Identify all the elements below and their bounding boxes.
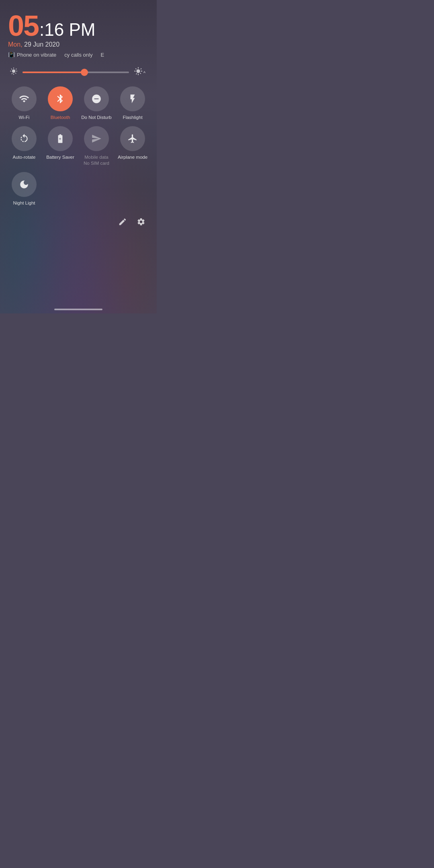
tile-auto-rotate[interactable]: Auto-rotate [8, 126, 40, 166]
extra-label: E [100, 52, 104, 58]
battery-saver-label: Battery Saver [46, 154, 74, 160]
brightness-fill [23, 72, 84, 73]
brightness-slider[interactable] [23, 72, 129, 73]
vibrate-status: 📳 Phone on vibrate [8, 51, 56, 58]
vibrate-label: Phone on vibrate [17, 52, 56, 58]
flashlight-icon-circle [120, 86, 145, 111]
auto-rotate-icon-circle [12, 126, 37, 151]
flashlight-label: Flashlight [123, 115, 142, 121]
tile-do-not-disturb[interactable]: Do Not Disturb [80, 86, 113, 121]
brightness-low-icon [10, 67, 18, 77]
dnd-icon-circle [84, 86, 109, 111]
night-light-icon-circle [12, 172, 37, 197]
dnd-label: Do Not Disturb [81, 115, 111, 121]
tile-bluetooth[interactable]: Bluetooth [44, 86, 76, 121]
status-bar: 📳 Phone on vibrate cy calls only E [8, 51, 149, 58]
bluetooth-icon-circle [48, 86, 73, 111]
tile-battery-saver[interactable]: Battery Saver [44, 126, 76, 166]
airplane-mode-label: Airplane mode [118, 154, 147, 160]
wifi-icon-circle [12, 86, 37, 111]
vibrate-icon: 📳 [8, 51, 15, 58]
tile-night-light[interactable]: Night Light [8, 172, 40, 206]
night-light-label: Night Light [13, 200, 35, 206]
bottom-bar [8, 217, 149, 228]
bluetooth-label: Bluetooth [51, 115, 70, 121]
quick-tiles-grid: Wi-Fi Bluetooth Do Not Disturb Flashligh… [8, 86, 149, 206]
tile-flashlight[interactable]: Flashlight [117, 86, 149, 121]
auto-rotate-label: Auto-rotate [13, 154, 36, 160]
date-display: Mon, 29 Jun 2020 [8, 41, 149, 48]
battery-saver-icon-circle [48, 126, 73, 151]
time-section: 05 :16 PM Mon, 29 Jun 2020 [8, 7, 149, 48]
brightness-auto-icon: A [134, 67, 147, 78]
date-day: Mon, [8, 41, 23, 48]
mobile-data-label: Mobile dataNo SIM card [84, 154, 109, 166]
tile-mobile-data[interactable]: Mobile dataNo SIM card [80, 126, 113, 166]
settings-button[interactable] [137, 217, 145, 228]
tile-wifi[interactable]: Wi-Fi [8, 86, 40, 121]
time-rest: :16 PM [39, 21, 95, 39]
airplane-icon-circle [120, 126, 145, 151]
date-full: 29 Jun 2020 [24, 41, 59, 48]
priority-label: cy calls only [64, 52, 92, 58]
mobile-data-icon-circle [84, 126, 109, 151]
brightness-row[interactable]: A [8, 67, 149, 78]
time-hour: 05 [8, 11, 39, 40]
tile-airplane-mode[interactable]: Airplane mode [117, 126, 149, 166]
home-indicator[interactable] [54, 309, 102, 310]
wifi-label: Wi-Fi [19, 115, 30, 121]
brightness-thumb [81, 69, 88, 76]
edit-button[interactable] [118, 217, 127, 228]
